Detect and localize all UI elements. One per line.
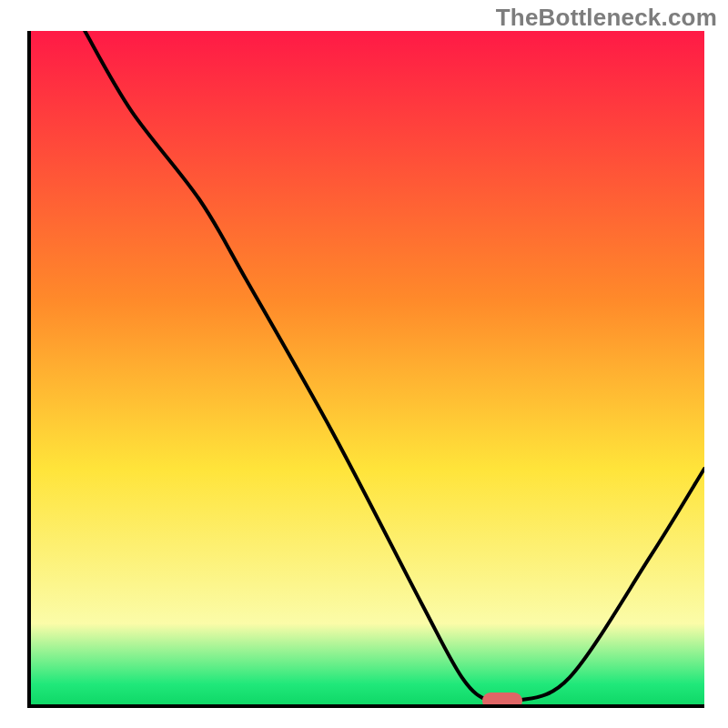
bottleneck-curve	[31, 31, 704, 704]
watermark-text: TheBottleneck.com	[496, 4, 717, 32]
plot-area	[27, 31, 704, 708]
chart-container: TheBottleneck.com	[0, 0, 728, 728]
optimum-marker	[482, 693, 522, 708]
